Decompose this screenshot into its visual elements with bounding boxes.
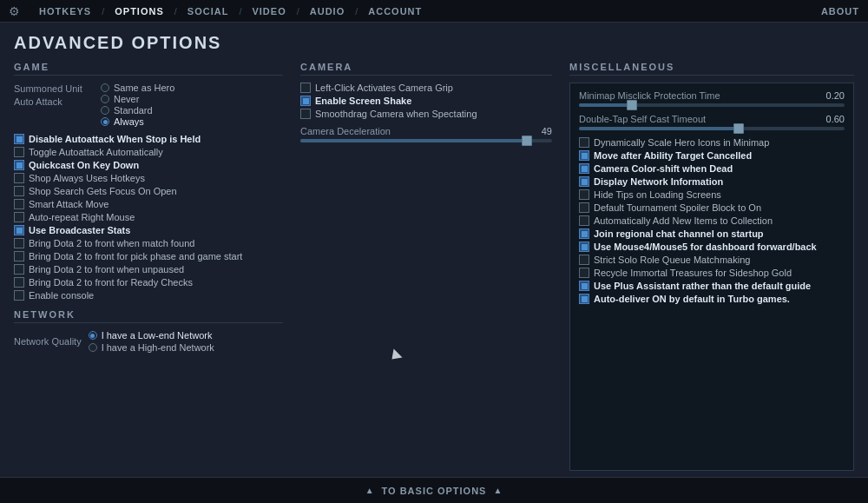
game-checkbox-row-disable_autoattack[interactable]: Disable Autoattack When Stop is Held bbox=[14, 134, 283, 144]
camera-cb-left_click_camera[interactable] bbox=[300, 83, 311, 93]
misc-cb-label-recycle_immortal: Recycle Immortal Treasures for Sideshop … bbox=[594, 268, 792, 278]
game-cb-disable_autoattack[interactable] bbox=[14, 134, 24, 144]
radio-btn-always[interactable] bbox=[101, 117, 109, 126]
doubletap-slider[interactable]: Double-Tap Self Cast Timeout 0.60 bbox=[579, 114, 845, 130]
doubletap-slider-thumb[interactable] bbox=[733, 123, 744, 134]
game-checkbox-row-shop_hotkeys[interactable]: Shop Always Uses Hotkeys bbox=[14, 173, 283, 183]
misc-cb-camera_colorshift[interactable] bbox=[579, 163, 589, 174]
misc-cb-recycle_immortal[interactable] bbox=[579, 268, 589, 278]
doubletap-slider-track[interactable] bbox=[579, 127, 845, 130]
misc-cb-label-camera_colorshift: Camera Color-shift when Dead bbox=[594, 163, 733, 174]
misc-cb-dynamic_scale_hero[interactable] bbox=[579, 137, 589, 148]
misc-checkbox-row-recycle_immortal[interactable]: Recycle Immortal Treasures for Sideshop … bbox=[579, 268, 845, 278]
game-cb-enable_console[interactable] bbox=[14, 290, 24, 301]
misc-cb-auto_add_items[interactable] bbox=[579, 215, 589, 226]
camera-cb-screen_shake[interactable] bbox=[300, 96, 311, 106]
camera-checkbox-row-smoothdrag[interactable]: Smoothdrag Camera when Spectating bbox=[300, 109, 552, 119]
misc-cb-label-mouse4_mouse5: Use Mouse4/Mouse5 for dashboard forward/… bbox=[594, 242, 817, 252]
game-cb-label-auto_repeat: Auto-repeat Right Mouse bbox=[29, 212, 135, 222]
camera-checkbox-row-screen_shake[interactable]: Enable Screen Shake bbox=[300, 96, 552, 106]
misc-checkbox-row-move_after_ability[interactable]: Move after Ability Target Cancelled bbox=[579, 150, 845, 161]
radio-btn-standard[interactable] bbox=[101, 106, 109, 115]
camera-cb-smoothdrag[interactable] bbox=[300, 109, 311, 119]
misc-cb-move_after_ability[interactable] bbox=[579, 150, 589, 161]
game-cb-toggle_autoattack[interactable] bbox=[14, 147, 24, 157]
game-checkbox-row-enable_console[interactable]: Enable console bbox=[14, 290, 283, 301]
game-checkbox-row-smart_attack[interactable]: Smart Attack Move bbox=[14, 199, 283, 209]
game-checkbox-row-broadcaster_stats[interactable]: Use Broadcaster Stats bbox=[14, 225, 283, 235]
misc-checkbox-row-plus_assistant[interactable]: Use Plus Assistant rather than the defau… bbox=[579, 281, 845, 291]
misc-checkbox-row-auto_add_items[interactable]: Automatically Add New Items to Collectio… bbox=[579, 215, 845, 226]
doubletap-slider-fill bbox=[579, 127, 739, 130]
main-content: ADVANCED OPTIONS GAME Summoned UnitAuto … bbox=[0, 23, 868, 477]
misc-checkbox-row-dynamic_scale_hero[interactable]: Dynamically Scale Hero Icons in Minimap bbox=[579, 137, 845, 148]
misc-cb-display_network[interactable] bbox=[579, 176, 589, 187]
camera-cb-label-left_click_camera: Left-Click Activates Camera Grip bbox=[315, 83, 453, 93]
game-checkbox-row-bring_front_pick[interactable]: Bring Dota 2 to front for pick phase and… bbox=[14, 251, 283, 261]
misc-checkbox-row-tournament_spoiler[interactable]: Default Tournament Spoiler Block to On bbox=[579, 202, 845, 213]
radio-high-end[interactable]: I have a High-end Network bbox=[89, 342, 214, 353]
radio-low-end[interactable]: I have a Low-end Network bbox=[89, 330, 214, 341]
minimap-slider-fill bbox=[579, 103, 632, 107]
camera-decel-slider[interactable]: Camera Deceleration 49 bbox=[300, 126, 552, 142]
minimap-slider-label: Minimap Misclick Protection Time bbox=[579, 90, 720, 101]
basic-options-button[interactable]: ▲ TO BASIC OPTIONS ▲ bbox=[365, 486, 503, 496]
misc-checkbox-row-mouse4_mouse5[interactable]: Use Mouse4/Mouse5 for dashboard forward/… bbox=[579, 242, 845, 252]
nav-video[interactable]: VIDEO bbox=[241, 6, 296, 17]
game-checkbox-row-quickcast[interactable]: Quickcast On Key Down bbox=[14, 160, 283, 170]
misc-checkbox-row-camera_colorshift[interactable]: Camera Color-shift when Dead bbox=[579, 163, 845, 174]
game-cb-bring_front_match[interactable] bbox=[14, 238, 24, 248]
game-cb-bring_front_pick[interactable] bbox=[14, 251, 24, 261]
radio-btn-high-end[interactable] bbox=[89, 343, 97, 352]
nav-options[interactable]: OPTIONS bbox=[104, 6, 174, 17]
game-checkbox-row-bring_front_ready[interactable]: Bring Dota 2 to front for Ready Checks bbox=[14, 277, 283, 288]
camera-column: CAMERA Left-Click Activates Camera GripE… bbox=[300, 62, 552, 467]
minimap-slider-thumb[interactable] bbox=[627, 100, 637, 110]
radio-btn-never[interactable] bbox=[101, 95, 109, 103]
radio-btn-same-as-hero[interactable] bbox=[101, 83, 109, 92]
game-cb-smart_attack[interactable] bbox=[14, 199, 24, 209]
misc-cb-strict_solo[interactable] bbox=[579, 255, 589, 265]
game-cb-shop_hotkeys[interactable] bbox=[14, 173, 24, 183]
camera-checkbox-row-left_click_camera[interactable]: Left-Click Activates Camera Grip bbox=[300, 83, 552, 93]
game-cb-auto_repeat[interactable] bbox=[14, 212, 24, 222]
game-checkbox-row-shop_search[interactable]: Shop Search Gets Focus On Open bbox=[14, 186, 283, 196]
misc-checkbox-row-hide_tips[interactable]: Hide Tips on Loading Screens bbox=[579, 189, 845, 200]
camera-decel-track[interactable] bbox=[300, 139, 552, 142]
game-cb-broadcaster_stats[interactable] bbox=[14, 225, 24, 235]
game-checkbox-row-bring_front_match[interactable]: Bring Dota 2 to front when match found bbox=[14, 238, 283, 248]
game-cb-shop_search[interactable] bbox=[14, 186, 24, 196]
nav-social[interactable]: SOCIAL bbox=[177, 6, 240, 17]
radio-btn-low-end[interactable] bbox=[89, 331, 97, 340]
radio-standard[interactable]: Standard bbox=[101, 105, 174, 116]
misc-checkbox-row-display_network[interactable]: Display Network Information bbox=[579, 176, 845, 187]
misc-cb-mouse4_mouse5[interactable] bbox=[579, 242, 589, 252]
camera-decel-thumb[interactable] bbox=[522, 136, 532, 146]
misc-checkbox-row-strict_solo[interactable]: Strict Solo Role Queue Matchmaking bbox=[579, 255, 845, 265]
radio-never[interactable]: Never bbox=[101, 94, 174, 104]
game-checkbox-row-auto_repeat[interactable]: Auto-repeat Right Mouse bbox=[14, 212, 283, 222]
nav-account[interactable]: ACCOUNT bbox=[358, 6, 432, 17]
misc-cb-plus_assistant[interactable] bbox=[579, 281, 589, 291]
nav-hotkeys[interactable]: HOTKEYS bbox=[29, 6, 102, 17]
game-cb-label-enable_console: Enable console bbox=[29, 290, 94, 301]
minimap-slider[interactable]: Minimap Misclick Protection Time 0.20 bbox=[579, 90, 845, 107]
game-checkbox-row-toggle_autoattack[interactable]: Toggle Autoattack Automatically bbox=[14, 147, 283, 157]
nav-about[interactable]: ABOUT bbox=[821, 6, 859, 17]
game-cb-label-disable_autoattack: Disable Autoattack When Stop is Held bbox=[29, 134, 201, 144]
game-cb-quickcast[interactable] bbox=[14, 160, 24, 170]
radio-always[interactable]: Always bbox=[101, 116, 174, 127]
misc-cb-regional_chat[interactable] bbox=[579, 228, 589, 239]
misc-checkbox-row-regional_chat[interactable]: Join regional chat channel on startup bbox=[579, 228, 845, 239]
misc-cb-hide_tips[interactable] bbox=[579, 189, 589, 200]
misc-cb-tournament_spoiler[interactable] bbox=[579, 202, 589, 213]
camera-decel-fill bbox=[300, 139, 527, 142]
minimap-slider-track[interactable] bbox=[579, 103, 845, 107]
misc-checkbox-row-auto_deliver[interactable]: Auto-deliver ON by default in Turbo game… bbox=[579, 294, 845, 304]
game-cb-bring_front_ready[interactable] bbox=[14, 277, 24, 288]
game-checkbox-row-bring_front_unpaused[interactable]: Bring Dota 2 to front when unpaused bbox=[14, 264, 283, 275]
misc-cb-auto_deliver[interactable] bbox=[579, 294, 589, 304]
radio-same-as-hero[interactable]: Same as Hero bbox=[101, 83, 174, 93]
game-cb-bring_front_unpaused[interactable] bbox=[14, 264, 24, 275]
nav-audio[interactable]: AUDIO bbox=[299, 6, 355, 17]
